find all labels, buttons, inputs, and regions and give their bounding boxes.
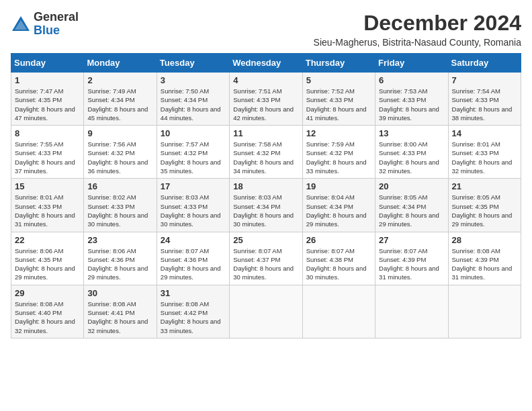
calendar-cell: 29Sunrise: 8:08 AMSunset: 4:40 PMDayligh…: [11, 285, 84, 338]
day-number: 20: [379, 181, 444, 191]
calendar-cell: 15Sunrise: 8:01 AMSunset: 4:33 PMDayligh…: [11, 179, 84, 232]
day-number: 13: [379, 128, 444, 138]
day-number: 11: [233, 128, 298, 138]
day-info: Sunrise: 7:53 AMSunset: 4:33 PMDaylight:…: [379, 87, 439, 122]
calendar-cell: 21Sunrise: 8:05 AMSunset: 4:35 PMDayligh…: [448, 179, 521, 232]
calendar-cell: 8Sunrise: 7:55 AMSunset: 4:33 PMDaylight…: [11, 126, 84, 179]
day-info: Sunrise: 8:06 AMSunset: 4:35 PMDaylight:…: [15, 247, 75, 281]
day-number: 12: [306, 128, 371, 138]
day-number: 29: [15, 288, 80, 298]
day-number: 4: [233, 75, 298, 85]
calendar-cell: 19Sunrise: 8:04 AMSunset: 4:34 PMDayligh…: [302, 179, 375, 232]
day-info: Sunrise: 8:07 AMSunset: 4:38 PMDaylight:…: [306, 247, 367, 281]
calendar-cell: 7Sunrise: 7:54 AMSunset: 4:33 PMDaylight…: [448, 73, 521, 126]
calendar-week-1: 1Sunrise: 7:47 AMSunset: 4:35 PMDaylight…: [11, 73, 521, 126]
location-title: Sieu-Magherus, Bistrita-Nasaud County, R…: [314, 37, 521, 48]
calendar-header-row: SundayMondayTuesdayWednesdayThursdayFrid…: [11, 54, 521, 73]
day-number: 2: [87, 75, 152, 85]
day-info: Sunrise: 8:03 AMSunset: 4:34 PMDaylight:…: [233, 193, 294, 228]
day-number: 19: [306, 181, 371, 191]
calendar-cell: 18Sunrise: 8:03 AMSunset: 4:34 PMDayligh…: [230, 179, 302, 232]
day-info: Sunrise: 8:04 AMSunset: 4:34 PMDaylight:…: [306, 193, 367, 228]
day-number: 17: [161, 181, 226, 191]
calendar-cell: 16Sunrise: 8:02 AMSunset: 4:33 PMDayligh…: [84, 179, 157, 232]
day-number: 31: [161, 288, 226, 298]
day-info: Sunrise: 7:59 AMSunset: 4:32 PMDaylight:…: [306, 140, 367, 175]
header-day-monday: Monday: [84, 54, 157, 73]
calendar-cell: 4Sunrise: 7:51 AMSunset: 4:33 PMDaylight…: [230, 73, 302, 126]
calendar-cell: 20Sunrise: 8:05 AMSunset: 4:34 PMDayligh…: [375, 179, 448, 232]
day-number: 24: [161, 235, 226, 245]
day-info: Sunrise: 7:52 AMSunset: 4:33 PMDaylight:…: [306, 87, 367, 122]
day-number: 27: [379, 235, 444, 245]
day-info: Sunrise: 7:51 AMSunset: 4:33 PMDaylight:…: [233, 87, 294, 122]
calendar-cell: 27Sunrise: 8:07 AMSunset: 4:39 PMDayligh…: [375, 232, 448, 285]
day-number: 15: [15, 181, 80, 191]
calendar-cell: 12Sunrise: 7:59 AMSunset: 4:32 PMDayligh…: [302, 126, 375, 179]
day-number: 30: [87, 288, 152, 298]
day-info: Sunrise: 8:08 AMSunset: 4:41 PMDaylight:…: [87, 300, 148, 334]
calendar-cell: [230, 285, 302, 338]
calendar-week-3: 15Sunrise: 8:01 AMSunset: 4:33 PMDayligh…: [11, 179, 521, 232]
calendar-cell: [302, 285, 375, 338]
day-info: Sunrise: 8:08 AMSunset: 4:39 PMDaylight:…: [452, 247, 513, 281]
day-info: Sunrise: 7:56 AMSunset: 4:32 PMDaylight:…: [87, 140, 148, 175]
calendar-week-2: 8Sunrise: 7:55 AMSunset: 4:33 PMDaylight…: [11, 126, 521, 179]
day-info: Sunrise: 7:47 AMSunset: 4:35 PMDaylight:…: [15, 87, 75, 122]
day-info: Sunrise: 8:05 AMSunset: 4:35 PMDaylight:…: [452, 193, 513, 228]
day-info: Sunrise: 8:07 AMSunset: 4:36 PMDaylight:…: [161, 247, 221, 281]
month-title: December 2024: [314, 11, 521, 36]
calendar-cell: 17Sunrise: 8:03 AMSunset: 4:33 PMDayligh…: [157, 179, 229, 232]
day-number: 3: [161, 75, 226, 85]
day-info: Sunrise: 8:06 AMSunset: 4:36 PMDaylight:…: [87, 247, 148, 281]
day-info: Sunrise: 8:05 AMSunset: 4:34 PMDaylight:…: [379, 193, 439, 228]
title-area: December 2024 Sieu-Magherus, Bistrita-Na…: [314, 11, 521, 48]
day-number: 6: [379, 75, 444, 85]
logo-text-blue: Blue: [34, 24, 60, 37]
header-day-friday: Friday: [375, 54, 448, 73]
calendar-cell: 26Sunrise: 8:07 AMSunset: 4:38 PMDayligh…: [302, 232, 375, 285]
day-info: Sunrise: 7:57 AMSunset: 4:32 PMDaylight:…: [161, 140, 221, 175]
day-info: Sunrise: 8:07 AMSunset: 4:39 PMDaylight:…: [379, 247, 439, 281]
header-day-wednesday: Wednesday: [230, 54, 302, 73]
calendar-cell: [448, 285, 521, 338]
day-info: Sunrise: 8:02 AMSunset: 4:33 PMDaylight:…: [87, 193, 148, 228]
day-info: Sunrise: 8:08 AMSunset: 4:42 PMDaylight:…: [161, 300, 221, 334]
calendar-week-5: 29Sunrise: 8:08 AMSunset: 4:40 PMDayligh…: [11, 285, 521, 338]
day-number: 5: [306, 75, 371, 85]
calendar-cell: 22Sunrise: 8:06 AMSunset: 4:35 PMDayligh…: [11, 232, 84, 285]
calendar-cell: 23Sunrise: 8:06 AMSunset: 4:36 PMDayligh…: [84, 232, 157, 285]
calendar-cell: [375, 285, 448, 338]
calendar-table: SundayMondayTuesdayWednesdayThursdayFrid…: [11, 53, 521, 338]
calendar-week-4: 22Sunrise: 8:06 AMSunset: 4:35 PMDayligh…: [11, 232, 521, 285]
calendar-cell: 3Sunrise: 7:50 AMSunset: 4:34 PMDaylight…: [157, 73, 229, 126]
day-info: Sunrise: 8:01 AMSunset: 4:33 PMDaylight:…: [15, 193, 75, 228]
day-number: 16: [87, 181, 152, 191]
header-day-thursday: Thursday: [302, 54, 375, 73]
logo-icon: [11, 15, 31, 34]
day-info: Sunrise: 8:00 AMSunset: 4:33 PMDaylight:…: [379, 140, 439, 175]
day-number: 26: [306, 235, 371, 245]
calendar-cell: 13Sunrise: 8:00 AMSunset: 4:33 PMDayligh…: [375, 126, 448, 179]
day-info: Sunrise: 7:54 AMSunset: 4:33 PMDaylight:…: [452, 87, 513, 122]
day-info: Sunrise: 7:55 AMSunset: 4:33 PMDaylight:…: [15, 140, 75, 175]
day-info: Sunrise: 8:07 AMSunset: 4:37 PMDaylight:…: [233, 247, 294, 281]
day-number: 21: [452, 181, 517, 191]
day-info: Sunrise: 7:50 AMSunset: 4:34 PMDaylight:…: [161, 87, 221, 122]
calendar-cell: 2Sunrise: 7:49 AMSunset: 4:34 PMDaylight…: [84, 73, 157, 126]
calendar-cell: 30Sunrise: 8:08 AMSunset: 4:41 PMDayligh…: [84, 285, 157, 338]
day-info: Sunrise: 8:08 AMSunset: 4:40 PMDaylight:…: [15, 300, 75, 334]
calendar-cell: 24Sunrise: 8:07 AMSunset: 4:36 PMDayligh…: [157, 232, 229, 285]
day-number: 9: [87, 128, 152, 138]
day-number: 25: [233, 235, 298, 245]
calendar-cell: 25Sunrise: 8:07 AMSunset: 4:37 PMDayligh…: [230, 232, 302, 285]
header: General Blue December 2024 Sieu-Magherus…: [11, 11, 521, 48]
day-number: 14: [452, 128, 517, 138]
calendar-cell: 31Sunrise: 8:08 AMSunset: 4:42 PMDayligh…: [157, 285, 229, 338]
day-info: Sunrise: 8:01 AMSunset: 4:33 PMDaylight:…: [452, 140, 513, 175]
calendar-body: 1Sunrise: 7:47 AMSunset: 4:35 PMDaylight…: [11, 73, 521, 338]
day-info: Sunrise: 8:03 AMSunset: 4:33 PMDaylight:…: [161, 193, 221, 228]
header-day-saturday: Saturday: [448, 54, 521, 73]
day-number: 28: [452, 235, 517, 245]
day-number: 23: [87, 235, 152, 245]
